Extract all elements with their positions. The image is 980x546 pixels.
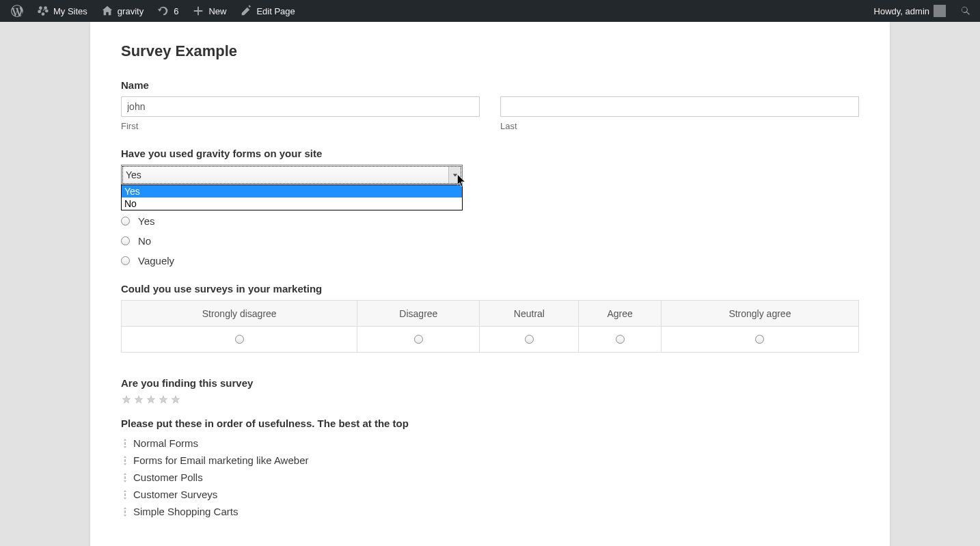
home-icon (101, 5, 113, 17)
drag-handle-icon (121, 456, 129, 465)
radio-no-label: No (138, 235, 151, 247)
likert-col-1: Disagree (357, 301, 480, 327)
likert-label: Could you use surveys in your marketing (121, 283, 859, 295)
usage-option-yes[interactable]: Yes (122, 185, 462, 197)
likert-col-4: Strongly agree (661, 301, 858, 327)
sortable-item-label: Normal Forms (133, 437, 198, 449)
search-icon (959, 5, 972, 17)
usage-select-value: Yes (126, 169, 141, 180)
likert-field: Could you use surveys in your marketing … (121, 283, 859, 353)
sortable-item-label: Customer Polls (133, 472, 203, 483)
drag-handle-icon (121, 490, 129, 500)
name-label: Name (121, 79, 859, 91)
my-sites-label: My Sites (53, 6, 87, 16)
edit-page-label: Edit Page (256, 6, 295, 16)
refresh-icon (157, 5, 169, 17)
likert-radio-4[interactable] (755, 335, 764, 344)
drag-handle-icon (121, 473, 129, 482)
updates-count: 6 (174, 6, 178, 16)
sortable-item[interactable]: Forms for Email marketing like Aweber (121, 452, 859, 469)
account-link[interactable]: Howdy, admin (869, 0, 951, 22)
updates-link[interactable]: 6 (152, 0, 184, 22)
star-1[interactable] (121, 394, 132, 405)
radio-yes[interactable] (121, 217, 130, 226)
site-name-label: gravity (118, 6, 144, 16)
sortable-item[interactable]: Simple Shopping Carts (121, 503, 859, 520)
page-title: Survey Example (121, 42, 859, 60)
pencil-icon (240, 5, 252, 17)
wp-logo[interactable] (5, 0, 29, 22)
usage-field: Have you used gravity forms on your site… (121, 148, 859, 185)
star-5[interactable] (170, 394, 181, 405)
avatar (934, 5, 946, 17)
star-2[interactable] (133, 394, 144, 405)
sortable-item-label: Forms for Email marketing like Aweber (133, 454, 308, 466)
star-rating (121, 394, 859, 405)
last-sublabel: Last (500, 121, 859, 131)
usage-label: Have you used gravity forms on your site (121, 148, 859, 159)
rating-label: Are you finding this survey (121, 377, 859, 389)
first-name-input[interactable] (121, 96, 480, 117)
edit-page-link[interactable]: Edit Page (234, 0, 300, 22)
drag-handle-icon (121, 507, 129, 517)
likert-col-3: Agree (579, 301, 661, 327)
chevron-down-icon (448, 167, 461, 183)
star-3[interactable] (146, 394, 156, 405)
name-field: Name First Last (121, 79, 859, 131)
new-content-link[interactable]: New (187, 0, 232, 22)
plus-icon (192, 5, 204, 17)
likert-table: Strongly disagree Disagree Neutral Agree… (121, 300, 859, 353)
radio-vaguely-label: Vaguely (138, 255, 174, 267)
usage-select[interactable]: Yes (121, 165, 463, 185)
my-sites-link[interactable]: My Sites (31, 0, 93, 22)
wp-admin-bar: My Sites gravity 6 New Edit Page (0, 0, 980, 22)
usage-select-dropdown: Yes No (121, 185, 463, 210)
radio-yes-label: Yes (138, 215, 154, 227)
rating-field: Are you finding this survey (121, 377, 859, 405)
sortable-field: Please put these in order of usefulness.… (121, 418, 859, 520)
likert-col-2: Neutral (480, 301, 579, 327)
usage-option-no[interactable]: No (122, 197, 462, 210)
sortable-item[interactable]: Customer Polls (121, 469, 859, 486)
likert-radio-1[interactable] (414, 335, 423, 344)
howdy-label: Howdy, admin (874, 6, 929, 16)
last-name-input[interactable] (500, 96, 859, 117)
search-toggle[interactable] (957, 0, 975, 22)
new-label: New (208, 6, 226, 16)
drag-handle-icon (121, 439, 129, 448)
page-content: Survey Example Name First Last Have you … (90, 22, 890, 546)
likert-radio-0[interactable] (235, 335, 244, 344)
likert-radio-2[interactable] (525, 335, 534, 344)
sortable-item[interactable]: Normal Forms (121, 435, 859, 452)
network-icon (37, 5, 49, 17)
sortable-item[interactable]: Customer Surveys (121, 486, 859, 503)
star-4[interactable] (158, 394, 169, 405)
likert-col-0: Strongly disagree (122, 301, 357, 327)
first-sublabel: First (121, 121, 480, 131)
radio-vaguely[interactable] (121, 256, 130, 265)
sortable-item-label: Customer Surveys (133, 489, 217, 500)
sortable-item-label: Simple Shopping Carts (133, 506, 238, 517)
site-name-link[interactable]: gravity (96, 0, 149, 22)
radio-no[interactable] (121, 236, 130, 245)
sortable-label: Please put these in order of usefulness.… (121, 418, 859, 429)
wordpress-icon (11, 5, 23, 17)
radio-field: Yes No Vaguely (121, 215, 859, 267)
likert-radio-3[interactable] (616, 335, 625, 344)
